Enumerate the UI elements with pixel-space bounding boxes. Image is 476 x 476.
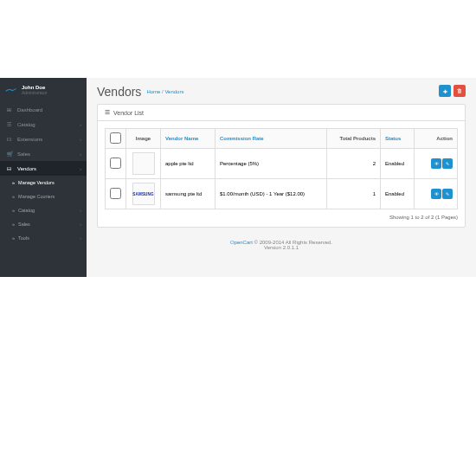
view-icon: 👁 <box>434 191 439 196</box>
pencil-icon: ✎ <box>446 161 449 166</box>
main-content: Vendors Home / Vendors ✚ 🗑 ☰ Vendor List… <box>87 78 476 277</box>
row-checkbox[interactable] <box>110 188 121 199</box>
cell-status: Enabled <box>380 149 414 179</box>
trash-icon: 🗑 <box>457 88 462 93</box>
bullet-icon: » <box>12 194 15 199</box>
col-total-products: Total Products <box>326 129 380 149</box>
panel-title: Vendor List <box>113 110 144 116</box>
bullet-icon: » <box>12 208 15 213</box>
table-row: SAMSUNGsamsung pte ltd$1.00/month (USD) … <box>106 179 458 209</box>
vendor-list-panel: ☰ Vendor List Image Vendor Name Commissi… <box>97 104 466 228</box>
table-row: apple pte ltdPercentage (5%)2Enabled👁✎ <box>106 149 458 179</box>
row-checkbox[interactable] <box>110 158 121 169</box>
chevron-right-icon: › <box>80 235 81 241</box>
pencil-icon: ✎ <box>446 191 449 196</box>
page-header: Vendors Home / Vendors <box>97 85 466 99</box>
list-icon: ☰ <box>105 109 110 116</box>
view-icon: 👁 <box>434 161 439 166</box>
cell-name: samsung pte ltd <box>161 179 215 209</box>
user-block: John Doe Administrator <box>0 78 87 102</box>
nav-vendors[interactable]: ⊟Vendors› <box>0 161 87 176</box>
footer: OpenCart © 2009-2014 All Rights Reserved… <box>97 240 466 250</box>
footer-version: Version 2.0.1.1 <box>264 245 299 250</box>
col-vendor-name[interactable]: Vendor Name <box>165 136 198 141</box>
pager-text: Showing 1 to 2 of 2 (1 Pages) <box>105 215 458 220</box>
nav-extensions[interactable]: ⊡Extensions› <box>0 132 87 146</box>
bullet-icon: » <box>12 180 15 185</box>
edit-button[interactable]: ✎ <box>442 189 453 199</box>
vendor-image <box>132 152 155 175</box>
chevron-right-icon: › <box>80 151 81 157</box>
panel-header: ☰ Vendor List <box>98 105 465 121</box>
footer-link[interactable]: OpenCart <box>230 240 253 245</box>
vendors-icon: ⊟ <box>7 165 14 171</box>
col-status[interactable]: Status <box>385 136 401 141</box>
cell-status: Enabled <box>380 179 414 209</box>
nav-dashboard[interactable]: ⊞Dashboard <box>0 102 87 117</box>
nav-label: Dashboard <box>17 107 42 113</box>
chevron-right-icon: › <box>80 137 81 142</box>
nav-label: Extensions <box>17 137 42 142</box>
dashboard-icon: ⊞ <box>7 106 14 113</box>
chevron-right-icon: › <box>80 222 81 227</box>
subnav-label: Manage Vendors <box>18 180 55 185</box>
vendor-table: Image Vendor Name Commission Rate Total … <box>105 128 458 209</box>
edit-button[interactable]: ✎ <box>442 158 453 169</box>
add-button[interactable]: ✚ <box>439 85 451 97</box>
sidebar: John Doe Administrator ⊞Dashboard ☰Catal… <box>0 78 87 277</box>
col-commission-rate[interactable]: Commission Rate <box>220 136 264 141</box>
vendor-image: SAMSUNG <box>132 183 155 205</box>
nav-sales[interactable]: 🛒Sales› <box>0 146 87 161</box>
delete-button[interactable]: 🗑 <box>453 85 466 97</box>
page-title: Vendors <box>97 85 141 99</box>
subnav-tools[interactable]: » Tools› <box>0 231 87 245</box>
breadcrumb: Home / Vendors <box>146 89 183 94</box>
subnav-sales[interactable]: » Sales› <box>0 217 87 231</box>
cell-rate: Percentage (5%) <box>215 149 327 179</box>
col-action: Action <box>415 129 458 149</box>
samsung-icon: SAMSUNG <box>132 192 153 196</box>
user-role: Administrator <box>22 90 47 95</box>
chevron-right-icon: › <box>80 122 81 127</box>
subnav-manage-couriers[interactable]: » Manage Couriers <box>0 190 87 203</box>
cell-products: 2 <box>326 149 380 179</box>
subnav-label: Manage Couriers <box>18 194 55 199</box>
bullet-icon: » <box>12 235 15 241</box>
extensions-icon: ⊡ <box>7 136 14 142</box>
crumb-vendors[interactable]: Vendors <box>164 89 183 94</box>
nav-label: Catalog <box>17 122 35 127</box>
subnav-label: Sales <box>18 222 30 227</box>
cell-rate: $1.00/month (USD) - 1 Year ($12.00) <box>215 179 327 209</box>
cell-products: 1 <box>326 179 380 209</box>
bullet-icon: » <box>12 222 15 227</box>
catalog-icon: ☰ <box>7 121 14 127</box>
subnav-label: Catalog <box>18 208 35 213</box>
sales-icon: 🛒 <box>7 151 14 157</box>
subnav-manage-vendors[interactable]: » Manage Vendors <box>0 176 87 190</box>
nav-label: Sales <box>17 151 30 157</box>
nav-catalog[interactable]: ☰Catalog› <box>0 117 87 132</box>
cell-name: apple pte ltd <box>161 149 215 179</box>
subnav-label: Tools <box>18 235 29 241</box>
col-image: Image <box>126 129 161 149</box>
view-button[interactable]: 👁 <box>431 189 441 199</box>
plus-icon: ✚ <box>443 88 447 94</box>
chevron-right-icon: › <box>80 166 81 171</box>
nav-label: Vendors <box>17 166 36 171</box>
logo-icon <box>5 87 17 93</box>
subnav-catalog[interactable]: » Catalog› <box>0 203 87 217</box>
view-button[interactable]: 👁 <box>431 158 441 169</box>
chevron-right-icon: › <box>80 208 81 213</box>
select-all-checkbox[interactable] <box>110 132 121 144</box>
crumb-home[interactable]: Home <box>146 89 160 94</box>
